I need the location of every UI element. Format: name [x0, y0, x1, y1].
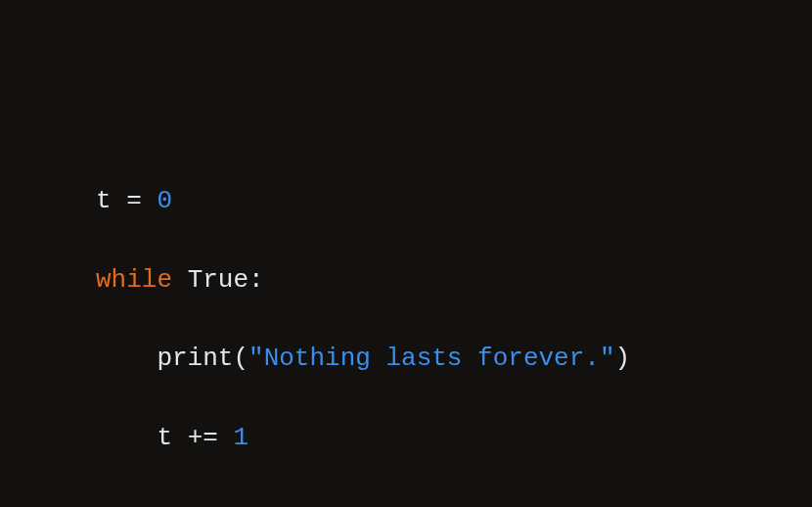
number-literal: 0 [157, 186, 172, 215]
code-line-3: print("Nothing lasts forever.") [96, 339, 630, 378]
variable-t: t [96, 186, 112, 215]
code-line-4: t += 1 [96, 418, 630, 457]
operator-assign: = [126, 186, 142, 215]
string-literal: "Nothing lasts forever." [248, 344, 614, 373]
colon: : [248, 265, 264, 295]
paren-close: ) [615, 344, 631, 373]
code-block: t = 0 while True: print("Nothing lasts f… [96, 142, 630, 497]
function-print: print [157, 344, 233, 373]
number-literal: 1 [233, 423, 248, 452]
code-line-1: t = 0 [96, 181, 630, 220]
keyword-while: while [96, 265, 172, 295]
code-line-2: while True: [96, 260, 630, 300]
operator-plus-assign: += [188, 423, 218, 452]
paren-open: ( [233, 344, 248, 373]
constant-true: True [188, 265, 248, 295]
variable-t: t [157, 423, 172, 452]
